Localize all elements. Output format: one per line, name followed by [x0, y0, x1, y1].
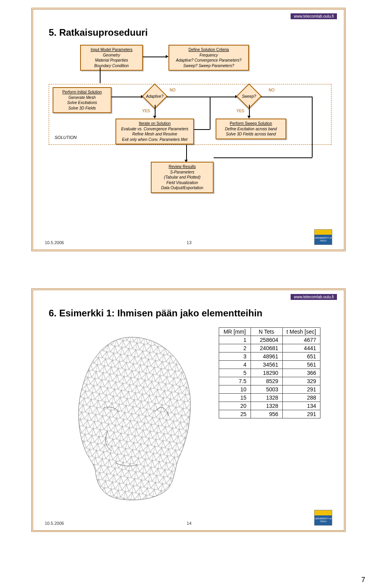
table-cell: 956 — [251, 410, 282, 418]
footer-slide-number: 13 — [187, 240, 191, 245]
arrow — [186, 145, 187, 161]
table-cell: 5 — [219, 369, 251, 377]
table-cell: 10 — [219, 385, 251, 394]
arrow — [249, 105, 250, 117]
university-logo: UNIVERSITY of OULU — [314, 229, 332, 245]
site-badge: www.telecomlab.oulu.fi — [291, 294, 337, 300]
table-row: 518290366 — [219, 369, 320, 377]
slide-footer: 10.5.2006 14 UNIVERSITY of OULU — [45, 510, 332, 526]
box-sweep-solution: Perform Sweep Solution Define Excitation… — [216, 119, 286, 139]
table-header: t Mesh [sec] — [282, 328, 320, 336]
table-row: 151328288 — [219, 394, 320, 402]
box-header: Input Model Parameters — [82, 47, 141, 53]
table-cell: 329 — [282, 377, 320, 385]
edge-label-no: NO — [170, 88, 176, 92]
table-cell: 1 — [219, 336, 251, 344]
table-header: MR [mm] — [219, 328, 251, 336]
box-header: Define Solution Criteria — [170, 47, 247, 53]
table-cell: 20 — [219, 402, 251, 410]
arrow — [194, 129, 210, 130]
slide-footer: 10.5.2006 13 UNIVERSITY of OULU — [45, 229, 332, 245]
arrow — [312, 97, 313, 157]
table-row: 201328134 — [219, 402, 320, 410]
edge-label-no: NO — [269, 88, 275, 92]
table-cell: 15 — [219, 394, 251, 402]
table-cell: 4 — [219, 361, 251, 369]
box-initial-solution: Perform Initial Solution Generate Mesh S… — [53, 87, 112, 113]
table-cell: 8529 — [251, 377, 282, 385]
table-cell: 134 — [282, 402, 320, 410]
slide-title: 6. Esimerkki 1: Ihmisen pään jako elemen… — [49, 308, 262, 319]
footer-date: 10.5.2006 — [45, 240, 64, 245]
slide-1: www.telecomlab.oulu.fi 5. Ratkaisuprosed… — [31, 8, 346, 251]
table-row: 22406814441 — [219, 344, 320, 352]
table-row: 25956291 — [219, 410, 320, 418]
footer-date: 10.5.2006 — [45, 521, 64, 526]
box-header: Perform Sweep Solution — [217, 121, 285, 126]
page-number: 7 — [361, 576, 365, 584]
table-cell: 34561 — [251, 361, 282, 369]
site-badge: www.telecomlab.oulu.fi — [291, 13, 337, 19]
table-cell: 651 — [282, 352, 320, 361]
table-cell: 291 — [282, 410, 320, 418]
arrow — [100, 68, 101, 83]
box-review-results: Review Results S-Parameters (Tabular and… — [151, 162, 214, 193]
decision-adaptive: Adaptive? — [143, 88, 167, 104]
edge-label-yes: YES — [142, 109, 150, 113]
box-header: Review Results — [152, 164, 212, 170]
arrow — [112, 97, 141, 97]
table-cell: 366 — [282, 369, 320, 377]
table-row: 12586044677 — [219, 336, 320, 344]
table-row: 105003291 — [219, 385, 320, 394]
head-mesh-image — [60, 329, 202, 502]
box-input-model: Input Model Parameters Geometry Material… — [80, 45, 143, 71]
slide-title: 5. Ratkaisuproseduuri — [49, 27, 148, 38]
solution-label: SOLUTION — [55, 135, 77, 140]
arrow — [155, 105, 156, 117]
table-cell: 288 — [282, 394, 320, 402]
table-cell: 18290 — [251, 369, 282, 377]
table-header-row: MR [mm] N Tets t Mesh [sec] — [219, 328, 320, 336]
arrow — [261, 97, 312, 97]
table-cell: 48961 — [251, 352, 282, 361]
table-cell: 258604 — [251, 336, 282, 344]
table-cell: 7.5 — [219, 377, 251, 385]
table-cell: 5003 — [251, 385, 282, 394]
table-row: 434561561 — [219, 361, 320, 369]
table-cell: 4441 — [282, 344, 320, 352]
mesh-data-table: MR [mm] N Tets t Mesh [sec] 125860446772… — [219, 327, 320, 418]
edge-label-yes: YES — [236, 109, 244, 113]
table-cell: 3 — [219, 352, 251, 361]
table-cell: 291 — [282, 385, 320, 394]
slide-2: www.telecomlab.oulu.fi 6. Esimerkki 1: I… — [31, 289, 346, 532]
table-row: 348961651 — [219, 352, 320, 361]
box-header: Perform Initial Solution — [54, 89, 110, 95]
arrow — [210, 97, 210, 130]
arrow — [167, 97, 235, 97]
table-cell: 1328 — [251, 394, 282, 402]
table-cell: 25 — [219, 410, 251, 418]
table-header: N Tets — [251, 328, 282, 336]
arrowhead-icon — [166, 55, 168, 58]
arrowhead-icon — [153, 116, 156, 119]
box-iterate: Iterate on Solution Evaluate vs. Converg… — [115, 119, 194, 144]
arrow — [143, 57, 166, 57]
arrowhead-icon — [247, 116, 251, 119]
university-logo: UNIVERSITY of OULU — [314, 510, 332, 526]
footer-slide-number: 14 — [187, 521, 191, 526]
table-cell: 561 — [282, 361, 320, 369]
decision-sweep: Sweep? — [237, 88, 261, 104]
box-define-criteria: Define Solution Criteria Frequency Adapt… — [168, 45, 249, 71]
table-cell: 4677 — [282, 336, 320, 344]
arrow — [214, 157, 312, 158]
table-cell: 1328 — [251, 402, 282, 410]
table-cell: 2 — [219, 344, 251, 352]
table-cell: 240681 — [251, 344, 282, 352]
box-header: Iterate on Solution — [117, 121, 192, 126]
table-row: 7.58529329 — [219, 377, 320, 385]
